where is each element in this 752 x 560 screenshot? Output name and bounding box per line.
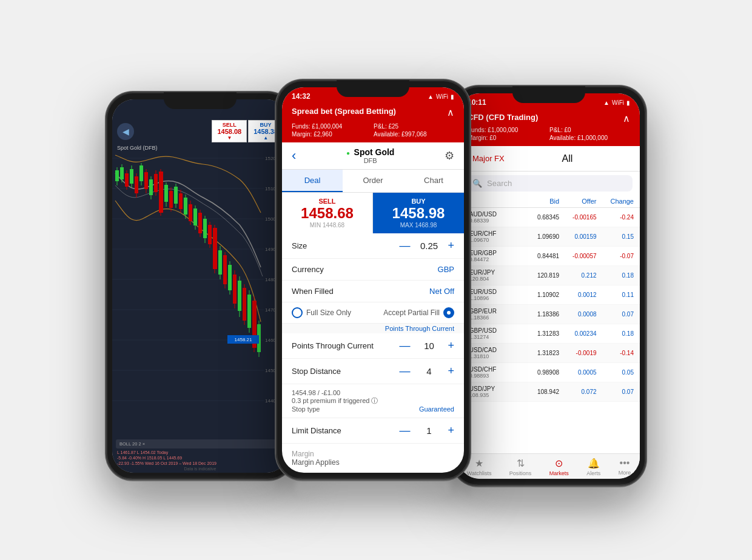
market-row[interactable]: ● GBP/USD 1.31274 1.31283 0.00234 0.18 [458,324,640,344]
svg-rect-34 [149,179,153,195]
market-row[interactable]: ● AUD/USD 0.68339 0.68345 -0.00165 -0.24 [458,208,640,227]
market-row[interactable]: ● EUR/JPY 120.804 120.819 0.212 0.18 [458,266,640,285]
market-pair: EUR/USD [469,288,497,295]
full-size-radio[interactable] [292,307,303,318]
market-offer: 0.84481 [522,253,559,259]
limit-minus-button[interactable]: — [399,424,410,437]
svg-rect-24 [125,173,129,187]
status-time-right: 10:11 [468,98,486,107]
partial-fill-radio[interactable] [443,307,454,318]
full-size-option[interactable]: Full Size Only [292,307,351,318]
market-name: ● GBP/EUR 1.18366 [464,308,522,321]
points-plus-button[interactable]: + [448,339,454,352]
svg-rect-48 [184,198,187,215]
svg-rect-62 [218,250,222,275]
market-offer: 0.98908 [522,369,559,376]
market-change-pct: 0.15 [597,233,634,240]
nav-alerts[interactable]: 🔔 Alerts [586,458,600,476]
points-through-header: Points Through Current [292,341,374,350]
market-bid-sub: 1.09670 [469,237,496,243]
limit-plus-button[interactable]: + [448,424,454,437]
wifi-icon: WiFi [436,93,448,100]
market-row[interactable]: ● GBP/EUR 1.18366 1.18386 0.0008 0.07 [458,305,640,324]
currency-row: Currency GBP [282,259,464,281]
nav-markets[interactable]: ⊙ Markets [549,458,569,476]
col-header-offer[interactable]: Offer [559,198,596,205]
market-row[interactable]: ● USD/JPY 108.935 108.942 0.072 0.07 [458,382,640,402]
sell-box[interactable]: SELL 1458.08 ▼ [212,120,247,142]
market-change: 0.212 [559,272,596,279]
instrument-name: ● Spot Gold DFB [296,147,445,164]
market-row[interactable]: ● USD/CAD 1.31810 1.31823 -0.0019 -0.14 [458,344,640,363]
notch-left [164,92,237,109]
chart-instrument-title: Spot Gold (DFB) [117,145,158,151]
green-dot: ● [346,150,350,156]
market-row[interactable]: ● EUR/GBP 0.84472 0.84481 -0.00057 -0.07 [458,247,640,266]
market-row[interactable]: ● EUR/USD 1.10896 1.10902 0.0012 0.11 [458,285,640,305]
size-plus-button[interactable]: + [448,239,454,252]
market-name: ● GBP/USD 1.31274 [464,327,522,340]
points-value: 10 [420,341,438,351]
tab-chart[interactable]: Chart [403,170,464,192]
markets-close-icon[interactable]: ∧ [623,113,630,124]
market-change: 0.072 [559,388,596,395]
points-minus-button[interactable]: — [399,339,410,352]
market-row[interactable]: ● EUR/CHF 1.09670 1.09690 0.00159 0.15 [458,227,640,247]
size-minus-button[interactable]: — [399,239,410,252]
buy-arrow: ▲ [253,135,278,141]
market-row[interactable]: ● USD/CHF 0.98893 0.98908 0.0005 0.05 [458,363,640,382]
svg-rect-42 [169,191,173,208]
sell-price-center: 1458.68 [289,205,365,222]
col-header-change[interactable]: Change [597,198,634,205]
nav-more[interactable]: ••• More [619,458,631,476]
screen-right: 10:11 ▲ WiFi ▮ CFD (CFD Trading) ∧ Funds… [458,93,640,479]
search-placeholder: Search [487,179,512,188]
chart-back-button[interactable]: ◀ [117,123,134,140]
size-label: Size [292,241,307,250]
status-icons-right: ▲ WiFi ▮ [603,98,630,107]
mpl-label: P&L: £0 [549,127,630,133]
markets-back-button[interactable]: ‹ Major FX [468,152,505,165]
market-pair: EUR/CHF [469,230,496,237]
notch-center [337,80,409,97]
status-time-center: 14:32 [292,92,311,101]
chart-date-bar: 2019 Nov Dec [116,472,284,473]
mfunds-label: Funds: £1,000,000 [468,127,548,133]
stop-minus-button[interactable]: — [399,365,410,378]
market-pair: AUD/USD [469,211,497,218]
stop-info-text: 1454.98 / -£1.00 [292,389,454,396]
nav-watchlists[interactable]: ★ Watchlists [467,458,492,476]
col-header-bid[interactable]: Bid [522,198,559,205]
when-filled-value: Net Off [429,287,454,296]
screen-left: ◀ SELL 1458.08 ▼ BUY 1458.38 ▲ [112,99,288,473]
sell-price-box[interactable]: SELL 1458.68 MIN 1448.68 [282,193,373,233]
market-name: ● EUR/GBP 0.84472 [464,250,522,262]
tab-deal[interactable]: Deal [282,170,343,192]
deal-close-icon[interactable]: ∧ [447,107,454,118]
settings-icon-center[interactable]: ⚙ [445,149,454,162]
deal-prices: SELL 1458.68 MIN 1448.68 BUY 1458.98 MAX… [282,193,464,233]
svg-rect-0 [112,152,288,431]
tab-order[interactable]: Order [343,170,403,192]
partial-fill-label: Accept Partial Fill [383,308,440,317]
limit-value: 1 [420,425,438,436]
market-name: ● EUR/USD 1.10896 [464,288,522,301]
partial-fill-option[interactable]: Accept Partial Fill [383,307,454,318]
mavailable-label: Available: £1,000,000 [549,135,630,141]
deal-form: Size — 0.25 + Currency GBP W [282,233,464,473]
chart-area[interactable]: 1520.00 1510.00 1500.00 1490.00 1480.00 … [112,152,288,437]
markets-screen: 10:11 ▲ WiFi ▮ CFD (CFD Trading) ∧ Funds… [458,93,640,479]
svg-rect-60 [213,228,217,269]
nav-positions[interactable]: ⇅ Positions [509,458,532,476]
search-bar[interactable]: 🔍 Search [465,175,633,192]
wifi-icon-right: WiFi [612,99,624,106]
back-icon-center[interactable]: ‹ [292,148,296,164]
full-size-label: Full Size Only [306,308,351,317]
markets-funds-row: Funds: £1,000,000 P&L: £0 Margin: £0 Ava… [458,127,640,146]
market-offer: 1.10902 [522,292,559,298]
stop-plus-button[interactable]: + [448,365,454,378]
market-change-pct: -0.14 [597,350,634,356]
buy-price-box[interactable]: BUY 1458.98 MAX 1468.98 [373,193,464,233]
sell-label-center: SELL [289,198,365,205]
svg-rect-54 [198,213,202,233]
